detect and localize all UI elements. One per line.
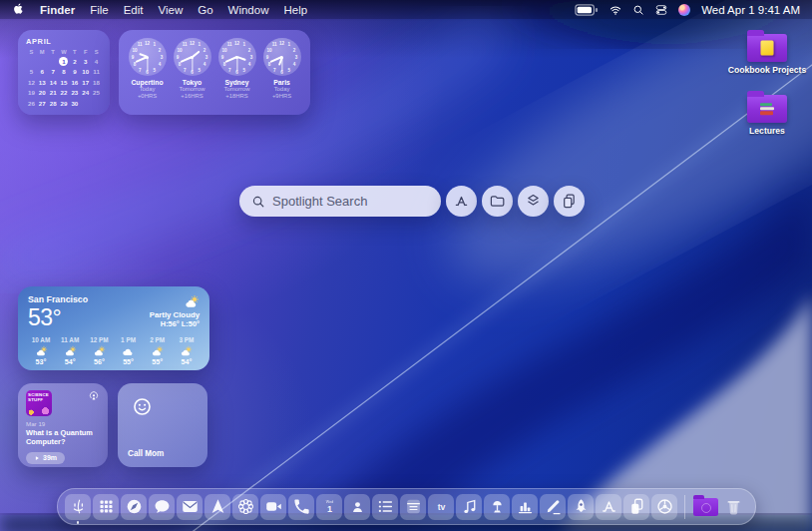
hour-label: 11 AM [61,336,79,343]
spotlight-search-input[interactable]: Spotlight Search [239,186,441,217]
dock-numbers[interactable] [512,494,538,520]
hour-temperature: 56° [94,357,105,366]
dock-photos[interactable] [232,494,258,520]
weather-hour: 12 PM 56° [86,336,112,366]
menu-item-view[interactable]: View [159,4,184,16]
podcast-artwork: SCIENCE STUFF [26,390,52,416]
wifi-icon[interactable] [609,3,621,16]
calendar-date: 26 [26,99,37,108]
world-clock-widget[interactable]: 123456789101112 Cupertino Today +0HRS123… [119,30,310,115]
dock-app-store[interactable] [596,494,621,520]
weather-widget[interactable]: San Francisco 53° Partly Cloudy H:56° L:… [18,286,209,370]
dock-reminders[interactable] [372,494,398,520]
desktop-folder-lectures[interactable]: Lectures [730,89,804,136]
battery-icon[interactable] [575,3,599,16]
calendar-day-header: M [37,49,48,55]
dock-maps[interactable] [204,494,230,520]
clock-face: 123456789101112 [129,38,167,76]
calendar-date [48,57,59,66]
reminder-widget[interactable]: Call Mom [118,383,207,467]
podcast-widget[interactable]: SCIENCE STUFF Mar 19 What is a Quantum C… [18,383,108,467]
dock-mail[interactable] [177,494,203,520]
menu-item-edit[interactable]: Edit [124,4,144,16]
menu-item-go[interactable]: Go [198,4,212,16]
spotlight-applications-button[interactable] [446,186,477,217]
apple-menu-icon[interactable] [12,2,25,17]
note-glyph-icon [761,41,774,56]
spotlight-clipboard-button[interactable] [554,186,585,217]
calendar-day-header: T [48,49,59,55]
calendar-date: 23 [69,88,80,97]
clock-number: 9 [177,55,180,60]
siri-icon[interactable] [678,4,690,16]
dock-calendar[interactable]: Wed1 [316,494,342,520]
hour-label: 3 PM [179,336,194,343]
spotlight-row: Spotlight Search [239,186,585,217]
spotlight-files-button[interactable] [482,186,513,217]
podcast-date: Mar 19 [26,420,100,427]
clock-number: 5 [153,67,156,72]
calendar-date: 30 [69,99,80,108]
podcast-header: SCIENCE STUFF [26,390,100,416]
cloudy-icon [122,345,135,355]
podcast-duration: 39m [43,454,57,461]
dock-finder[interactable] [65,494,91,520]
desktop-folder-cookbook-projects[interactable]: Cookbook Projects [730,28,804,75]
clock-offset: +16HRS [181,93,203,100]
hour-temperature: 54° [182,357,193,366]
dock-notes[interactable] [400,494,426,520]
clock-number: 9 [266,55,269,60]
dock-system-settings[interactable] [651,494,677,520]
calendar-month-label: APRIL [26,37,102,46]
calendar-date: 27 [37,99,48,108]
spotlight-icon[interactable] [632,3,644,16]
calendar-date: 18 [91,78,102,87]
clock-number: 10 [266,47,271,52]
dock: Wed1tv [57,488,756,525]
dock-contacts[interactable] [344,494,370,520]
dock-music[interactable] [456,494,482,520]
weather-high-low: H:56° L:50° [161,319,200,328]
calendar-date: 14 [48,78,59,87]
podcast-play-button[interactable]: 39m [26,452,65,464]
calendar-day-header: W [59,49,70,55]
dock-launchpad[interactable] [93,494,119,520]
dock-messages[interactable] [149,494,175,520]
calendar-date [26,57,37,66]
svg-text:1: 1 [326,504,331,514]
weather-condition: Partly Cloudy [150,310,200,319]
weather-hour: 3 PM 54° [174,336,200,366]
calendar-date: 8 [59,67,70,76]
dock-pages[interactable] [540,494,566,520]
dock-tv[interactable]: tv [428,494,454,520]
svg-text:tv: tv [437,502,445,512]
weather-header: San Francisco 53° Partly Cloudy H:56° L:… [28,294,200,329]
dock-facetime[interactable] [260,494,286,520]
hour-label: 12 PM [90,336,108,343]
podcast-episode-title: What is a Quantum Computer? [26,428,100,447]
menu-bar-clock[interactable]: Wed Apr 1 9:41 AM [701,4,800,16]
spotlight-shortcuts-button[interactable] [518,186,549,217]
dock-phone[interactable] [288,494,314,520]
menu-item-help[interactable]: Help [283,4,307,16]
calendar-grid: SMTWTFS123456789101112131415161718192021… [26,49,102,108]
dock-passwords[interactable] [623,494,649,520]
weather-hour: 2 PM 55° [145,336,171,366]
menu-item-file[interactable]: File [90,4,109,16]
dock-downloads-folder[interactable] [692,494,718,520]
dock-keynote[interactable] [484,494,510,520]
clock-number: 12 [234,40,239,45]
calendar-widget[interactable]: APRIL SMTWTFS123456789101112131415161718… [18,30,110,115]
menu-item-finder[interactable]: Finder [40,4,75,16]
clock-number: 11 [138,42,143,47]
menu-item-window[interactable]: Window [228,4,269,16]
clock-face: 123456789101112 [263,38,301,76]
control-center-icon[interactable] [655,3,667,16]
clock-relative-day: Tomorrow [180,86,205,93]
podcasts-app-icon [88,390,100,402]
dock-rocket-app[interactable] [568,494,594,520]
dock-trash[interactable] [720,494,746,520]
dock-safari[interactable] [121,494,147,520]
search-icon [251,195,265,209]
clock-number: 2 [203,47,206,52]
